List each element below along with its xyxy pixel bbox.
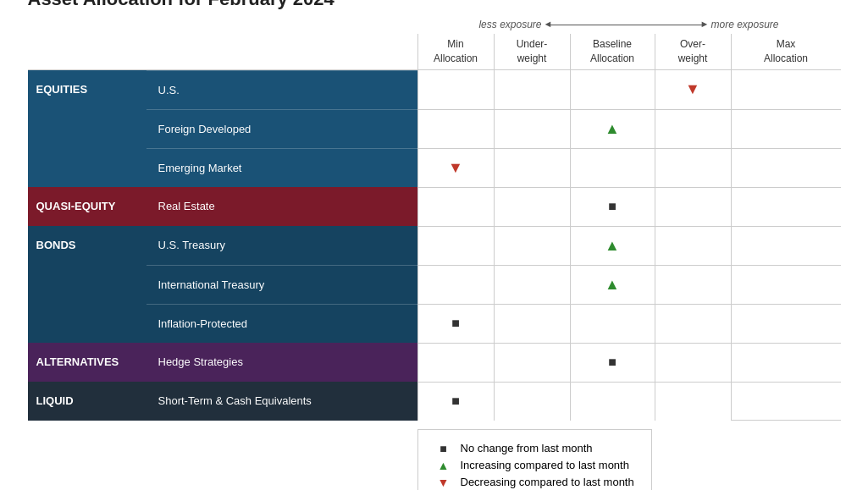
data-cell [417,187,494,226]
data-cell [655,304,731,343]
table-row: Emerging Market ▼ [28,148,841,187]
page-title: Asset Allocation for February 2024 [28,0,841,10]
data-cell [494,304,570,343]
data-cell [570,304,655,343]
category-equities: EQUITIES [28,70,147,109]
square-icon: ■ [451,394,460,409]
category-equities-empty [28,109,147,148]
table-row: International Treasury ▲ [28,265,841,304]
exposure-bar: less exposure ◄ ► more exposure [417,19,841,30]
data-cell [494,70,570,109]
legend-square-icon: ■ [435,442,452,455]
data-cell [655,148,731,187]
data-cell [731,226,841,265]
data-cell-baseline-realestate: ■ [570,187,655,226]
col-header-min: MinAllocation [417,34,494,69]
sub-inflation: Inflation-Protected [147,304,417,343]
col-header-under: Under-weight [494,34,570,69]
data-cell [494,187,570,226]
sub-emerging: Emerging Market [147,148,417,187]
data-cell-min-liquid: ■ [417,382,494,421]
sub-hedge: Hedge Strategies [147,343,417,382]
data-cell [731,382,841,421]
legend: ■ No change from last month ▲ Increasing… [417,429,652,490]
data-cell [655,343,731,382]
data-cell [731,265,841,304]
data-cell-baseline-ustreasury: ▲ [570,226,655,265]
sub-realestate: Real Estate [147,187,417,226]
category-bonds-empty [28,265,147,304]
category-liquid: LIQUID [28,382,147,421]
table-row: QUASI-EQUITY Real Estate ■ [28,187,841,226]
data-cell-baseline-intl: ▲ [570,265,655,304]
table-row: Foreign Developed ▲ [28,109,841,148]
legend-item-decreasing: ▼ Decreasing compared to last month [435,476,634,489]
data-cell [570,148,655,187]
right-header: less exposure ◄ ► more exposure MinAlloc… [417,19,841,69]
data-cell [731,304,841,343]
table-row: BONDS U.S. Treasury ▲ [28,226,841,265]
data-cell [494,226,570,265]
category-alternatives: ALTERNATIVES [28,343,147,382]
table-row: LIQUID Short-Term & Cash Equivalents ■ [28,382,841,421]
data-cell [494,343,570,382]
col-header-max: MaxAllocation [731,34,841,69]
sub-shortterm: Short-Term & Cash Equivalents [147,382,417,421]
data-cell [570,70,655,109]
legend-item-increasing: ▲ Increasing compared to last month [435,459,634,472]
column-headers: MinAllocation Under-weight BaselineAlloc… [417,34,841,69]
less-exposure-label: less exposure [478,19,541,30]
data-cell [655,226,731,265]
data-cell [655,109,731,148]
data-cell [731,148,841,187]
legend-increasing-label: Increasing compared to last month [461,459,629,471]
triangle-down-icon: ▼ [448,159,463,177]
data-cell-over-us: ▼ [655,70,731,109]
data-cell-baseline-foreign: ▲ [570,109,655,148]
category-equities-empty2 [28,148,147,187]
sub-us: U.S. [147,70,417,109]
col-header-baseline: BaselineAllocation [570,34,655,69]
legend-triangle-down-icon: ▼ [435,476,452,489]
category-bonds-empty2 [28,304,147,343]
data-cell [417,226,494,265]
data-cell [417,70,494,109]
data-cell [655,382,731,421]
col-header-over: Over-weight [655,34,731,69]
triangle-down-icon: ▼ [685,80,700,98]
data-cell [417,343,494,382]
triangle-up-icon: ▲ [605,120,620,138]
category-quasi: QUASI-EQUITY [28,187,147,226]
data-cell [417,265,494,304]
triangle-up-icon: ▲ [605,276,620,294]
data-cell-min-emerging: ▼ [417,148,494,187]
triangle-up-icon: ▲ [605,237,620,255]
legend-item-nochange: ■ No change from last month [435,442,634,455]
arrow-line: ◄ ► [550,25,703,25]
square-icon: ■ [608,355,616,370]
data-cell [494,109,570,148]
data-cell [494,382,570,421]
legend-triangle-up-icon: ▲ [435,459,452,472]
table-row: EQUITIES U.S. ▼ [28,69,841,109]
legend-decreasing-label: Decreasing compared to last month [461,476,634,488]
data-cell [731,187,841,226]
square-icon: ■ [608,199,616,214]
table-row: ALTERNATIVES Hedge Strategies ■ [28,343,841,382]
data-cell-min-inflation: ■ [417,304,494,343]
data-cell-baseline-hedge: ■ [570,343,655,382]
data-cell [655,187,731,226]
table-row: Inflation-Protected ■ [28,304,841,343]
category-bonds: BONDS [28,226,147,265]
sub-intltreasury: International Treasury [147,265,417,304]
data-cell [417,109,494,148]
sub-foreign: Foreign Developed [147,109,417,148]
data-cell [494,148,570,187]
square-icon: ■ [451,316,460,331]
data-cell [494,265,570,304]
legend-nochange-label: No change from last month [461,442,593,454]
data-cell [731,70,841,109]
data-cell [570,382,655,421]
page-container: Asset Allocation for February 2024 less … [11,0,858,490]
more-exposure-label: more exposure [711,19,779,30]
